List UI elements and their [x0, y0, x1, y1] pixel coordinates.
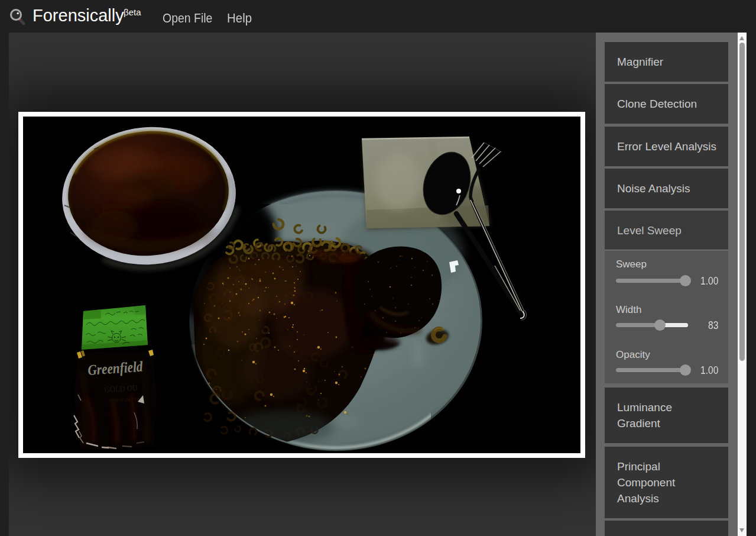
svg-text:GOLD OU: GOLD OU: [104, 383, 138, 394]
